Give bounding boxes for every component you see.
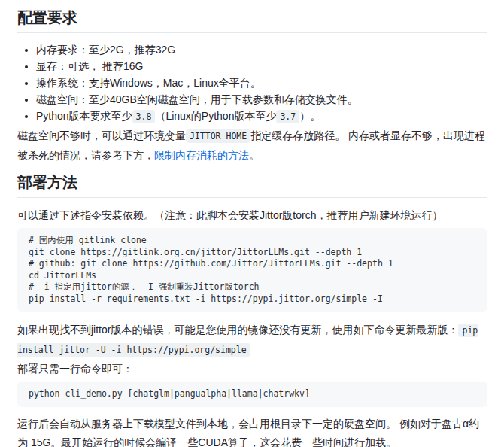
list-item-vram: 显存：可选， 推荐16G bbox=[36, 58, 487, 74]
list-item-memory: 内存要求：至少2G，推荐32G bbox=[36, 41, 487, 58]
install-code-block: # 国内使用 gitlink clonegit clone https://gi… bbox=[17, 228, 487, 312]
list-item-text: Python版本要求至少 bbox=[36, 110, 132, 122]
install-code: # 国内使用 gitlink clonegit clone https://gi… bbox=[29, 235, 476, 305]
code-line: pip install -r requirements.txt -i https… bbox=[29, 293, 476, 306]
paragraph-text: 。 bbox=[249, 149, 260, 161]
run-code-block: python cli_demo.py [chatglm|pangualpha|l… bbox=[17, 382, 487, 407]
list-item-text: 显存：可选， 推荐16G bbox=[36, 60, 143, 72]
paragraph-text: 如果出现找不到jittor版本的错误，可能是您使用的镜像还没有更新，使用如下命令… bbox=[17, 324, 458, 336]
python-version-code: 3.7 bbox=[276, 110, 299, 123]
list-item-text: 操作系统：支持Windows，Mac，Linux全平台。 bbox=[36, 77, 261, 89]
code-line: git clone https://gitlink.org.cn/jittor/… bbox=[29, 247, 476, 259]
oneline-deploy-paragraph: 部署只需一行命令即可： bbox=[17, 360, 487, 379]
list-item-text: 磁盘空间：至少40GB空闲磁盘空间，用于下载参数和存储交换文件。 bbox=[36, 93, 358, 105]
download-note-paragraph: 运行后会自动从服务器上下载模型文件到本地，会占用根目录下一定的硬盘空间。 例如对… bbox=[17, 415, 487, 447]
markdown-body: 配置要求 内存要求：至少2G，推荐32G 显存：可选， 推荐16G 操作系统：支… bbox=[17, 9, 487, 447]
readme-document: { "colors": { "text": "#1f2328", "link":… bbox=[0, 0, 504, 447]
list-item-python: Python版本要求至少3.8（Linux的Python版本至少3.7）。 bbox=[36, 108, 487, 125]
list-item-text: ）。 bbox=[299, 110, 320, 122]
list-item-text: 内存要求：至少2G，推荐32G bbox=[36, 44, 175, 56]
deploy-intro-paragraph: 可以通过下述指令安装依赖。（注意：此脚本会安装Jittor版torch，推荐用户… bbox=[17, 206, 487, 225]
memory-limit-link[interactable]: 限制内存消耗的方法 bbox=[154, 149, 249, 161]
deploy-section-heading: 部署方法 bbox=[17, 174, 487, 198]
list-item-text: （Linux的Python版本至少 bbox=[155, 110, 276, 122]
paragraph-text: 磁盘空间不够时，可以通过环境变量 bbox=[17, 129, 186, 141]
list-item-os: 操作系统：支持Windows，Mac，Linux全平台。 bbox=[36, 74, 487, 91]
run-code: python cli_demo.py [chatglm|pangualpha|l… bbox=[29, 388, 310, 399]
mirror-update-paragraph: 如果出现找不到jittor版本的错误，可能是您使用的镜像还没有更新，使用如下命令… bbox=[17, 321, 487, 360]
list-item-disk: 磁盘空间：至少40GB空闲磁盘空间，用于下载参数和存储交换文件。 bbox=[36, 91, 487, 108]
config-section-heading: 配置要求 bbox=[17, 9, 487, 33]
python-version-code: 3.8 bbox=[132, 110, 156, 123]
requirements-list: 内存要求：至少2G，推荐32G 显存：可选， 推荐16G 操作系统：支持Wind… bbox=[17, 41, 487, 125]
code-line: # 国内使用 gitlink clone bbox=[29, 235, 476, 247]
code-line: # -i 指定用jittor的源， -I 强制重装Jittor版torch bbox=[29, 281, 476, 293]
code-line: cd JittorLLMs bbox=[29, 270, 476, 282]
disk-note-paragraph: 磁盘空间不够时，可以通过环境变量JITTOR_HOME指定缓存存放路径。 内存或… bbox=[17, 126, 487, 165]
code-line: # github: git clone https://github.com/J… bbox=[29, 258, 476, 270]
jittor-home-code: JITTOR_HOME bbox=[186, 129, 250, 143]
